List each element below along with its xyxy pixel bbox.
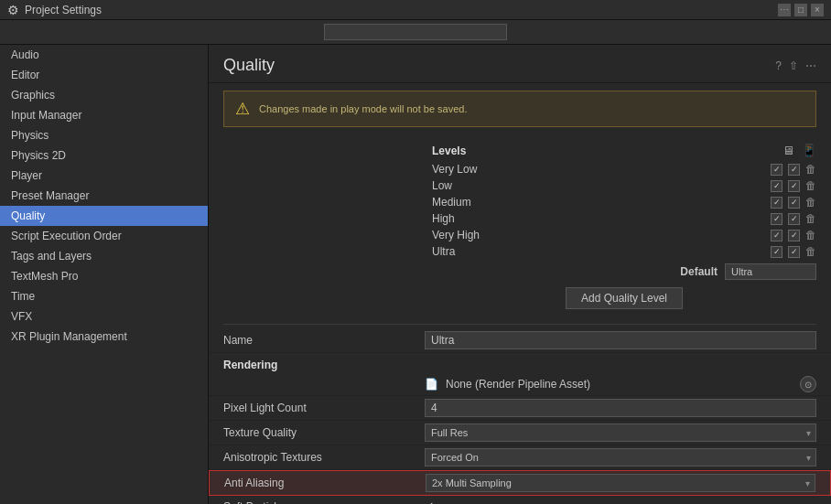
title-bar: ⚙ Project Settings ⋯ □ ×: [0, 0, 831, 20]
pipeline-row: 📄 None (Render Pipeline Asset) ⊙: [209, 373, 831, 396]
sidebar-item-editor[interactable]: Editor: [0, 65, 208, 85]
sidebar-item-physics[interactable]: Physics: [0, 125, 208, 145]
anisotropic-dropdown-wrap: Forced On Per Texture Disabled: [425, 448, 816, 466]
sidebar-item-vfx[interactable]: VFX: [0, 306, 208, 327]
name-input[interactable]: [425, 331, 816, 349]
anti-aliasing-label: Anti Aliasing: [224, 477, 426, 489]
sidebar-item-script-execution[interactable]: Script Execution Order: [0, 226, 208, 246]
pixel-light-count-input[interactable]: [425, 399, 816, 417]
anti-aliasing-dropdown-wrap: 2x Multi Sampling Disabled 4x Multi Samp…: [426, 474, 815, 492]
title-bar-controls: ⋯ □ ×: [778, 4, 824, 16]
levels-label: Levels: [432, 145, 782, 157]
add-quality-level-button[interactable]: Add Quality Level: [566, 287, 683, 309]
anisotropic-label: Anisotropic Textures: [223, 451, 425, 464]
anti-aliasing-row: Anti Aliasing 2x Multi Sampling Disabled…: [209, 470, 831, 496]
select-pipeline-button[interactable]: ⊙: [800, 376, 816, 392]
sidebar-item-graphics[interactable]: Graphics: [0, 85, 208, 105]
quality-checks-very-high: 🗑: [771, 229, 816, 241]
check-android-high[interactable]: [788, 213, 800, 225]
sidebar-item-textmesh[interactable]: TextMesh Pro: [0, 266, 208, 286]
sidebar-item-time[interactable]: Time: [0, 286, 208, 306]
restore-button[interactable]: □: [794, 4, 807, 16]
delete-very-high[interactable]: 🗑: [805, 229, 816, 241]
delete-ultra[interactable]: 🗑: [805, 245, 816, 258]
soft-particles-row: Soft Particles ✓: [209, 496, 831, 504]
sidebar-item-player[interactable]: Player: [0, 166, 208, 186]
delete-medium[interactable]: 🗑: [805, 196, 816, 209]
rendering-section-label: Rendering: [209, 353, 831, 373]
pipeline-text: None (Render Pipeline Asset): [446, 378, 590, 391]
search-input[interactable]: [324, 24, 507, 40]
search-bar: [0, 20, 831, 45]
content-area: Quality ? ⇧ ⋯ ⚠ Changes made in play mod…: [209, 45, 831, 504]
sidebar-item-quality[interactable]: Quality: [0, 206, 208, 226]
anti-aliasing-dropdown[interactable]: 2x Multi Sampling Disabled 4x Multi Samp…: [426, 474, 815, 492]
check-pc-medium[interactable]: [771, 197, 782, 209]
app-icon: ⚙: [7, 3, 19, 17]
sidebar-item-xr[interactable]: XR Plugin Management: [0, 327, 208, 347]
section-divider-1: [223, 324, 816, 325]
content-title: Quality: [223, 56, 275, 75]
menu-button[interactable]: ⋯: [778, 4, 791, 16]
delete-high[interactable]: 🗑: [805, 212, 816, 225]
check-pc-very-low[interactable]: [771, 164, 782, 176]
content-header-icons: ? ⇧ ⋯: [775, 59, 816, 72]
quality-checks-ultra: 🗑: [771, 245, 816, 258]
check-android-medium[interactable]: [788, 197, 800, 209]
sidebar-item-preset-manager[interactable]: Preset Manager: [0, 186, 208, 206]
pixel-light-count-row: Pixel Light Count: [209, 396, 831, 421]
texture-quality-row: Texture Quality Full Res Half Res Quarte…: [209, 421, 831, 445]
quality-row-ultra: Ultra 🗑: [432, 243, 816, 260]
soft-particles-label: Soft Particles: [223, 500, 425, 505]
quality-row-medium: Medium 🗑: [432, 194, 816, 210]
name-row: Name: [209, 328, 831, 353]
warning-banner: ⚠ Changes made in play mode will not be …: [223, 91, 816, 127]
default-dropdown[interactable]: Ultra Very High High Medium Low Very Low: [725, 263, 816, 280]
name-label: Name: [223, 334, 425, 347]
quality-row-low: Low 🗑: [432, 177, 816, 194]
android-icon: 📱: [802, 144, 816, 157]
soft-particles-check[interactable]: ✓: [425, 499, 435, 504]
warning-icon: ⚠: [235, 99, 250, 119]
delete-low[interactable]: 🗑: [805, 179, 816, 192]
quality-table-header: Levels 🖥 📱: [432, 142, 816, 159]
close-button[interactable]: ×: [811, 4, 824, 16]
more-icon[interactable]: ⋯: [805, 59, 816, 72]
sidebar-item-physics2d[interactable]: Physics 2D: [0, 145, 208, 166]
upload-icon[interactable]: ⇧: [789, 59, 798, 72]
delete-very-low[interactable]: 🗑: [805, 163, 816, 176]
quality-row-very-high: Very High 🗑: [432, 227, 816, 243]
default-row: Default Ultra Very High High Medium Low …: [432, 260, 816, 284]
sidebar-item-input-manager[interactable]: Input Manager: [0, 105, 208, 125]
texture-quality-dropdown-wrap: Full Res Half Res Quarter Res Eighth Res: [425, 424, 816, 442]
check-pc-ultra[interactable]: [771, 246, 782, 258]
sidebar-item-audio[interactable]: Audio: [0, 45, 208, 65]
sidebar-item-tags-layers[interactable]: Tags and Layers: [0, 246, 208, 266]
quality-label-very-high: Very High: [432, 229, 771, 241]
quality-table: Levels 🖥 📱 Very Low 🗑 Low: [432, 142, 816, 313]
check-pc-low[interactable]: [771, 180, 782, 192]
check-pc-very-high[interactable]: [771, 230, 782, 241]
help-icon[interactable]: ?: [775, 59, 782, 72]
pipeline-value: 📄 None (Render Pipeline Asset) ⊙: [425, 376, 816, 392]
check-android-low[interactable]: [788, 180, 800, 192]
quality-levels-panel: Levels 🖥 📱 Very Low 🗑 Low: [209, 134, 831, 320]
main-layout: Audio Editor Graphics Input Manager Phys…: [0, 45, 831, 504]
texture-quality-dropdown[interactable]: Full Res Half Res Quarter Res Eighth Res: [425, 424, 816, 442]
quality-checks-medium: 🗑: [771, 196, 816, 209]
check-android-ultra[interactable]: [788, 246, 800, 258]
content-header: Quality ? ⇧ ⋯: [209, 45, 831, 83]
sidebar: Audio Editor Graphics Input Manager Phys…: [0, 45, 209, 504]
check-pc-high[interactable]: [771, 213, 782, 225]
quality-label-ultra: Ultra: [432, 245, 771, 258]
quality-checks-low: 🗑: [771, 179, 816, 192]
window-title: Project Settings: [25, 4, 778, 16]
quality-checks-high: 🗑: [771, 212, 816, 225]
anisotropic-dropdown[interactable]: Forced On Per Texture Disabled: [425, 448, 816, 466]
pc-icon: 🖥: [782, 144, 794, 157]
default-label: Default: [680, 265, 718, 278]
check-android-very-low[interactable]: [788, 164, 800, 176]
check-android-very-high[interactable]: [788, 230, 800, 241]
anisotropic-textures-row: Anisotropic Textures Forced On Per Textu…: [209, 445, 831, 470]
quality-label-very-low: Very Low: [432, 163, 771, 176]
